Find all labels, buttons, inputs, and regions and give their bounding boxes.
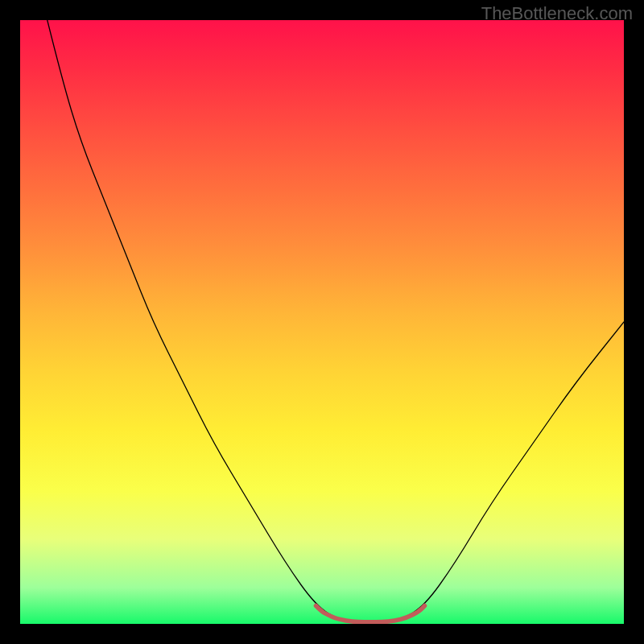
attribution-label: TheBottleneck.com [481, 3, 633, 24]
chart-canvas [20, 20, 624, 624]
chart-container: TheBottleneck.com [0, 0, 644, 644]
